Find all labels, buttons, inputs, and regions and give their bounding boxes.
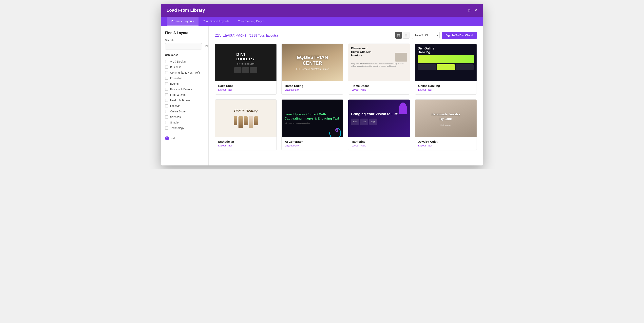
layout-card-jewelry-artist[interactable]: Handmade JewelryBy Jane Divi Jewelry Jew… (415, 99, 477, 150)
card-info-online-banking: Online Banking Layout Pack (415, 81, 476, 94)
card-name-esthetician: Esthetician (218, 140, 274, 143)
category-checkbox-lifestyle[interactable] (165, 104, 168, 108)
sort-select[interactable]: New To OldOld To NewA to ZZ to A (412, 32, 440, 39)
category-item-health[interactable]: Health & Fitness (165, 98, 204, 103)
category-label-services: Services (170, 116, 181, 118)
card-thumb-jewelry-artist: Handmade JewelryBy Jane Divi Jewelry (415, 100, 476, 137)
card-type-home-decor: Layout Pack (352, 88, 407, 91)
category-item-business[interactable]: Business (165, 64, 204, 70)
search-label: Search (165, 38, 204, 42)
card-name-jewelry-artist: Jewelry Artist (418, 140, 474, 143)
category-checkbox-events[interactable] (165, 82, 168, 85)
view-toggle: ▦ ☰ (395, 32, 410, 38)
category-item-art-design[interactable]: Art & Design (165, 59, 204, 64)
card-info-jewelry-artist: Jewelry Artist Layout Pack (415, 137, 476, 150)
category-label-lifestyle: Lifestyle (170, 104, 180, 108)
category-item-online-store[interactable]: Online Store (165, 109, 204, 114)
category-item-food[interactable]: Food & Drink (165, 92, 204, 98)
layout-card-ai-generator[interactable]: Level Up Your Content With Captivating I… (282, 99, 343, 150)
tab-saved[interactable]: Your Saved Layouts (198, 16, 234, 26)
card-type-ai-generator: Layout Pack (285, 144, 340, 147)
layout-card-bake-shop[interactable]: DIVIBAKERY Fresh Made Daily Bake Shop La… (215, 44, 277, 94)
layout-card-esthetician[interactable]: Divi is Beauty Esthetician Layout Pack (215, 99, 277, 150)
content-header: 225 Layout Packs (2388 Total layouts) ▦ … (215, 32, 477, 39)
layout-card-horse-riding[interactable]: EQUESTRIANCENTER Full Service Equestrian… (282, 44, 343, 94)
grid-icon: ▦ (397, 34, 400, 37)
category-item-simple[interactable]: Simple (165, 120, 204, 125)
card-thumb-horse-riding: EQUESTRIANCENTER Full Service Equestrian… (282, 44, 343, 81)
category-checkbox-business[interactable] (165, 66, 168, 69)
tab-existing[interactable]: Your Existing Pages (234, 16, 269, 26)
card-type-jewelry-artist: Layout Pack (418, 144, 474, 147)
card-info-home-decor: Home Decor Layout Pack (348, 81, 410, 94)
sort-icon-button[interactable]: ⇅ (468, 8, 471, 13)
card-name-bake-shop: Bake Shop (218, 84, 274, 88)
tab-premade[interactable]: Premade Layouts (167, 16, 199, 26)
category-checkbox-simple[interactable] (165, 121, 168, 124)
category-item-services[interactable]: Services (165, 114, 204, 120)
close-icon: ✕ (474, 8, 478, 13)
help-label: Help (170, 137, 176, 140)
category-item-community[interactable]: Community & Non-Profit (165, 70, 204, 76)
filter-button[interactable]: + Filter (204, 45, 208, 48)
modal-container: Load From Library ⇅ ✕ Premade Layouts Yo… (161, 4, 483, 166)
category-item-events[interactable]: Events (165, 81, 204, 86)
help-button[interactable]: ? Help (165, 136, 176, 140)
card-thumb-home-decor: Elevate YourHome With DiviInteriors Brin… (348, 44, 410, 81)
layout-card-home-decor[interactable]: Elevate YourHome With DiviInteriors Brin… (348, 44, 410, 94)
category-item-fashion[interactable]: Fashion & Beauty (165, 86, 204, 92)
layout-card-marketing[interactable]: Bringing Your Vision to Life Brand Illus… (348, 99, 410, 150)
card-type-marketing: Layout Pack (352, 144, 407, 147)
category-checkbox-health[interactable] (165, 99, 168, 102)
sidebar-title: Find A Layout (165, 31, 204, 35)
card-type-online-banking: Layout Pack (418, 88, 474, 91)
category-checkbox-services[interactable] (165, 116, 168, 118)
category-label-events: Events (170, 82, 179, 85)
layout-card-online-banking[interactable]: Divi OnlineBanking Online Banking Layout… (415, 44, 477, 94)
category-checkbox-education[interactable] (165, 76, 168, 80)
category-label-simple: Simple (170, 121, 179, 124)
category-label-food: Food & Drink (170, 93, 186, 96)
card-thumb-marketing: Bringing Your Vision to Life Brand Illus… (348, 100, 410, 137)
card-thumb-esthetician: Divi is Beauty (215, 100, 277, 137)
category-checkbox-art-design[interactable] (165, 60, 168, 63)
category-checkbox-technology[interactable] (165, 126, 168, 130)
category-label-health: Health & Fitness (170, 99, 190, 102)
category-checkbox-fashion[interactable] (165, 88, 168, 91)
search-row: + Filter (165, 43, 204, 50)
categories-list: Art & Design Business Community & Non-Pr… (165, 59, 204, 131)
category-label-fashion: Fashion & Beauty (170, 88, 192, 91)
card-info-esthetician: Esthetician Layout Pack (215, 137, 277, 150)
view-grid-button[interactable]: ▦ (395, 32, 402, 38)
help-circle-icon: ? (165, 136, 169, 140)
category-item-lifestyle[interactable]: Lifestyle (165, 103, 204, 109)
list-icon: ☰ (405, 34, 408, 37)
search-input[interactable] (165, 43, 202, 50)
card-name-home-decor: Home Decor (352, 84, 407, 88)
sort-icon: ⇅ (468, 8, 471, 13)
view-list-button[interactable]: ☰ (403, 32, 410, 38)
card-info-ai-generator: AI Generator Layout Pack (282, 137, 343, 150)
category-checkbox-food[interactable] (165, 93, 168, 96)
layout-grid: DIVIBAKERY Fresh Made Daily Bake Shop La… (215, 44, 477, 150)
content-toolbar: ▦ ☰ New To OldOld To NewA to ZZ to A Sig… (395, 32, 477, 39)
card-thumb-online-banking: Divi OnlineBanking (415, 44, 476, 81)
card-type-esthetician: Layout Pack (218, 144, 274, 147)
category-label-education: Education (170, 76, 182, 80)
close-button[interactable]: ✕ (474, 8, 478, 13)
category-item-education[interactable]: Education (165, 76, 204, 81)
card-type-horse-riding: Layout Pack (285, 88, 340, 91)
modal-body: Find A Layout Search + Filter Categories… (161, 26, 483, 166)
card-info-horse-riding: Horse Riding Layout Pack (282, 81, 343, 94)
card-name-marketing: Marketing (352, 140, 407, 143)
sidebar: Find A Layout Search + Filter Categories… (161, 26, 208, 166)
category-checkbox-online-store[interactable] (165, 110, 168, 113)
card-name-online-banking: Online Banking (418, 84, 474, 88)
category-label-community: Community & Non-Profit (170, 71, 200, 74)
category-item-technology[interactable]: Technology (165, 125, 204, 131)
card-info-marketing: Marketing Layout Pack (348, 137, 410, 150)
category-checkbox-community[interactable] (165, 71, 168, 74)
card-thumb-bake-shop: DIVIBAKERY Fresh Made Daily (215, 44, 277, 81)
layout-count: 225 Layout Packs (2388 Total layouts) (215, 33, 278, 38)
divi-cloud-button[interactable]: Sign In To Divi Cloud (442, 32, 477, 39)
